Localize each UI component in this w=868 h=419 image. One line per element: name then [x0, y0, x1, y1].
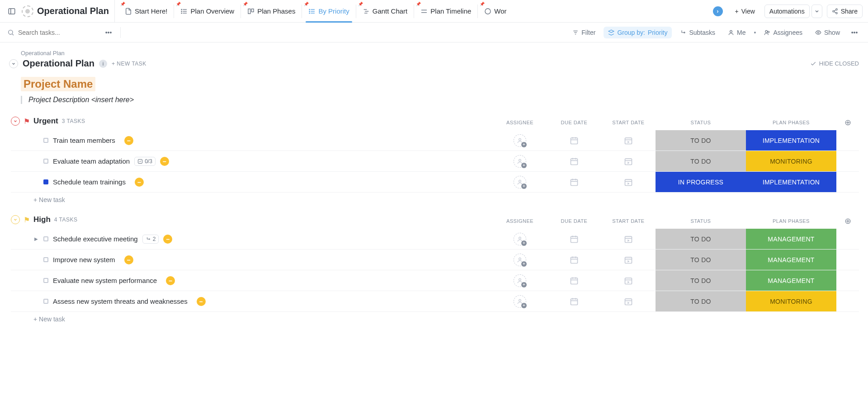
add-view-button[interactable]: + View	[730, 5, 760, 18]
status-indicator[interactable]	[43, 299, 48, 304]
task-row[interactable]: Train team members – TO DO IMPLEMENTATIO…	[11, 130, 859, 151]
start-date-cell[interactable]	[601, 291, 656, 311]
content: Operational Plan Operational Plan i + NE…	[0, 42, 868, 342]
tab-plan-overview[interactable]: 📌 Plan Overview	[174, 0, 241, 23]
tab-gantt-chart[interactable]: 📌 Gantt Chart	[356, 0, 414, 23]
me-button[interactable]: Me	[723, 27, 750, 38]
assignee-cell[interactable]	[493, 291, 547, 311]
new-task-row[interactable]: + New task	[11, 193, 859, 203]
collapse-group-button[interactable]	[11, 215, 20, 224]
tab-workload[interactable]: 📌 Wor	[478, 0, 513, 23]
expand-caret[interactable]: ▶	[33, 236, 39, 241]
scroll-tabs-button[interactable]: ›	[713, 6, 723, 16]
status-indicator[interactable]	[43, 278, 48, 283]
start-date-cell[interactable]	[601, 172, 656, 192]
assignee-cell[interactable]	[493, 229, 547, 249]
assignee-cell[interactable]	[493, 250, 547, 270]
priority-badge[interactable]: –	[124, 255, 133, 264]
priority-badge[interactable]: –	[160, 157, 169, 166]
task-row[interactable]: Assess new system threats and weaknesses…	[11, 291, 859, 312]
task-row[interactable]: Improve new system – TO DO MANAGEMENT	[11, 250, 859, 270]
new-task-button[interactable]: + NEW TASK	[112, 61, 146, 67]
start-date-cell[interactable]	[601, 250, 656, 270]
phase-cell[interactable]: IMPLEMENTATION	[746, 130, 836, 151]
priority-badge[interactable]: –	[166, 276, 175, 285]
priority-badge[interactable]: –	[135, 178, 144, 187]
priority-badge[interactable]: –	[163, 235, 172, 244]
phase-cell[interactable]: MONITORING	[746, 151, 836, 171]
tab-by-priority[interactable]: 📌 By Priority	[302, 0, 355, 23]
due-date-cell[interactable]	[547, 151, 601, 171]
task-row[interactable]: Schedule team trainings – IN PROGRESS IM…	[11, 172, 859, 193]
status-cell[interactable]: TO DO	[656, 291, 746, 311]
start-date-cell[interactable]	[601, 151, 656, 171]
collapse-list-button[interactable]	[9, 59, 18, 68]
project-description[interactable]: Project Description <insert here>	[28, 96, 134, 104]
new-task-row[interactable]: + New task	[11, 312, 859, 323]
status-cell[interactable]: TO DO	[656, 229, 746, 249]
priority-badge[interactable]: –	[197, 297, 206, 306]
automations-button[interactable]: Automations	[764, 5, 810, 18]
add-column-button[interactable]: ⊕	[843, 216, 853, 226]
phase-cell[interactable]: IMPLEMENTATION	[746, 172, 836, 192]
svg-point-36	[768, 31, 770, 33]
phase-cell[interactable]: MONITORING	[746, 291, 836, 311]
assignees-button[interactable]: Assignees	[760, 27, 807, 38]
search-input[interactable]	[18, 29, 102, 36]
due-date-cell[interactable]	[547, 250, 601, 270]
task-row[interactable]: ▶ Schedule executive meeting 2 – TO DO M…	[11, 229, 859, 250]
sidebar-toggle-button[interactable]	[5, 5, 18, 18]
due-date-cell[interactable]	[547, 229, 601, 249]
assignee-cell[interactable]	[493, 130, 547, 151]
status-cell[interactable]: TO DO	[656, 130, 746, 151]
assignee-placeholder-icon	[514, 254, 526, 266]
add-column-button[interactable]: ⊕	[843, 118, 853, 127]
hide-closed-button[interactable]: HIDE CLOSED	[810, 60, 859, 67]
due-date-cell[interactable]	[547, 172, 601, 192]
phase-cell[interactable]: MANAGEMENT	[746, 270, 836, 291]
status-cell[interactable]: TO DO	[656, 270, 746, 291]
due-date-cell[interactable]	[547, 130, 601, 151]
assignee-cell[interactable]	[493, 172, 547, 192]
task-row[interactable]: Evaluate team adaptation 0/3 – TO DO MON…	[11, 151, 859, 172]
checklist-pill[interactable]: 0/3	[134, 157, 156, 166]
start-date-cell[interactable]	[601, 229, 656, 249]
info-icon[interactable]: i	[99, 60, 107, 68]
phase-cell[interactable]: MANAGEMENT	[746, 229, 836, 249]
start-date-cell[interactable]	[601, 130, 656, 151]
assignee-cell[interactable]	[493, 151, 547, 171]
share-button[interactable]: Share	[827, 5, 863, 18]
assignee-placeholder-icon	[514, 176, 526, 188]
filter-button[interactable]: Filter	[568, 27, 600, 38]
due-date-cell[interactable]	[547, 291, 601, 311]
collapse-group-button[interactable]	[11, 117, 20, 126]
priority-badge[interactable]: –	[124, 136, 133, 145]
status-cell[interactable]: TO DO	[656, 250, 746, 270]
tab-plan-timeline[interactable]: 📌 Plan Timeline	[414, 0, 477, 23]
tab-start-here[interactable]: 📌 Start Here!	[118, 0, 174, 23]
status-indicator[interactable]	[43, 138, 48, 143]
due-date-cell[interactable]	[547, 270, 601, 291]
status-indicator[interactable]	[43, 257, 48, 262]
toolbar-more-button[interactable]: •••	[848, 26, 861, 39]
status-indicator[interactable]	[43, 236, 48, 241]
subtasks-button[interactable]: Subtasks	[675, 27, 720, 38]
tab-plan-phases[interactable]: 📌 Plan Phases	[241, 0, 302, 23]
status-cell[interactable]: IN PROGRESS	[656, 172, 746, 192]
project-name[interactable]: Project Name	[21, 77, 95, 91]
task-row[interactable]: Evaluate new system performance – TO DO …	[11, 270, 859, 291]
status-cell[interactable]: TO DO	[656, 151, 746, 171]
assignee-cell[interactable]	[493, 270, 547, 291]
task-name: Evaluate new system performance	[53, 277, 157, 284]
search-more-button[interactable]: •••	[102, 26, 115, 39]
status-indicator[interactable]	[43, 179, 48, 184]
show-button[interactable]: Show	[811, 27, 844, 38]
phase-cell[interactable]: MANAGEMENT	[746, 250, 836, 270]
subtask-pill[interactable]: 2	[142, 235, 159, 244]
group-by-button[interactable]: Group by: Priority	[604, 27, 672, 38]
svg-line-28	[12, 34, 14, 35]
automations-caret-button[interactable]	[811, 5, 822, 18]
breadcrumb[interactable]: Operational Plan	[9, 50, 859, 56]
status-indicator[interactable]	[43, 159, 48, 164]
start-date-cell[interactable]	[601, 270, 656, 291]
